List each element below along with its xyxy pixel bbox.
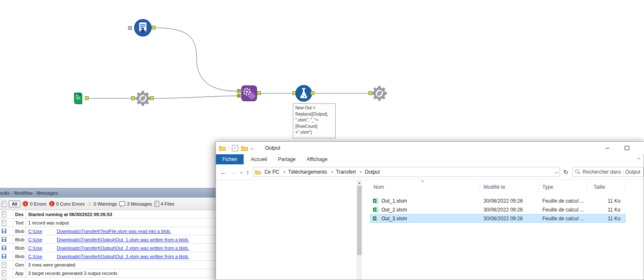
- breadcrumb[interactable]: Ce PC Téléchargements Transfert Output: [253, 167, 560, 177]
- quick-access-dropdown-icon[interactable]: [250, 146, 253, 149]
- scroll-up-icon[interactable]: ▲: [357, 180, 362, 185]
- blob-output-macro[interactable]: [371, 85, 387, 103]
- message-row[interactable]: Blob C:\UseDownloads\Transfert\Output\Ou…: [0, 252, 216, 261]
- svg-text:X: X: [373, 208, 376, 211]
- chevron-right-icon[interactable]: [330, 170, 333, 173]
- file-path-link[interactable]: C:\Use: [28, 229, 57, 234]
- file-row[interactable]: X Out_1.xlsm 30/06/2022 09:26 Feuille de…: [370, 196, 626, 205]
- tab-partage[interactable]: Partage: [273, 154, 301, 164]
- breadcrumb-item-output[interactable]: Output: [362, 169, 382, 175]
- search-input[interactable]: Rechercher dans : Output: [572, 167, 644, 177]
- message-row[interactable]: Text 1 record was output: [0, 219, 216, 227]
- file-path-link[interactable]: Downloads\Transfert\Output\Out_3.xlsm wa…: [57, 254, 189, 259]
- warnings-counter[interactable]: 0 Warnings: [87, 201, 117, 206]
- file-modified: 30/06/2022 09:26: [479, 207, 539, 213]
- message-row[interactable]: Blob C:\UseDownloads\Transfert\Output\Ou…: [0, 235, 216, 244]
- explorer-content: ▲ Nom Modifié le Type Taille X Out_1.xls…: [216, 180, 644, 280]
- message-row[interactable]: Gen 3 rows were generated: [0, 261, 216, 269]
- append-target-anchor[interactable]: T: [237, 89, 241, 93]
- file-path-link[interactable]: Downloads\Transfert\Output\Out_1.xlsm wa…: [57, 237, 189, 242]
- tab-affichage[interactable]: Affichage: [301, 154, 333, 164]
- folder-icon[interactable]: [241, 145, 248, 151]
- optional-input-anchor[interactable]: [128, 26, 132, 30]
- file-name: Out_3.xlsm: [381, 216, 407, 222]
- append-fields-tool[interactable]: [241, 85, 258, 103]
- back-button[interactable]: ←: [220, 169, 226, 176]
- column-header-taille[interactable]: Taille: [588, 182, 626, 192]
- filter-all-button[interactable]: All: [9, 201, 20, 207]
- tool-annotation[interactable]: New Out = Replace([Output], ".xlsm", "_"…: [293, 103, 336, 138]
- svg-text:X: X: [373, 217, 376, 220]
- file-path-link[interactable]: Downloads\Transfert\TestFile.xlsm was re…: [57, 229, 171, 234]
- message-row[interactable]: Des Finished running in 1.2 seconds: [0, 277, 216, 280]
- files-counter[interactable]: 4 Files: [155, 201, 174, 207]
- input-data-icon: [71, 91, 85, 106]
- close-button[interactable]: [636, 142, 644, 154]
- breadcrumb-item-telechargements[interactable]: Téléchargements: [286, 169, 330, 175]
- errors-counter[interactable]: 0 Errors: [23, 201, 46, 206]
- file-type: Feuille de calcul ...: [539, 207, 588, 213]
- scrollbar-thumb[interactable]: [357, 186, 362, 255]
- file-list-header: Nom Modifié le Type Taille: [370, 182, 644, 192]
- message-row[interactable]: Blob C:\UseDownloads\Transfert\Output\Ou…: [0, 244, 216, 252]
- explorer-title-bar[interactable]: Output: [216, 142, 644, 154]
- text-input-tool[interactable]: [133, 18, 152, 39]
- forward-button[interactable]: →: [230, 169, 237, 176]
- search-icon: [575, 169, 580, 174]
- blob-input-input-anchor[interactable]: [131, 96, 135, 100]
- results-title-bar[interactable]: Results - Workflow - Messages: [0, 188, 216, 198]
- tab-accueil[interactable]: Accueil: [245, 154, 273, 164]
- formula-output-anchor[interactable]: [310, 91, 314, 95]
- svg-text:X: X: [373, 199, 376, 203]
- input-data-tool[interactable]: [71, 91, 85, 107]
- history-dropdown-icon[interactable]: [240, 170, 243, 173]
- blob-file-icon: [2, 237, 6, 242]
- chevron-right-icon[interactable]: [359, 170, 362, 173]
- message-row[interactable]: App 3 target records generated 3 output …: [0, 269, 216, 277]
- file-name: Out_1.xlsm: [381, 198, 407, 204]
- file-size: 11 Ko: [588, 216, 626, 222]
- ribbon-collapse-icon[interactable]: [637, 158, 640, 161]
- connection-blobinput-to-append-s: [153, 96, 238, 98]
- file-path-link[interactable]: C:\Use: [28, 237, 57, 242]
- formula-tool[interactable]: [295, 85, 313, 104]
- message-row[interactable]: Blob C:\UseDownloads\Transfert\TestFile.…: [0, 227, 216, 235]
- chevron-right-icon[interactable]: [282, 170, 285, 173]
- files-icon: [155, 201, 159, 207]
- refresh-icon[interactable]: ↻: [563, 169, 568, 175]
- address-bar: ← → ↑ Ce PC Téléchargements Transfert Ou…: [216, 164, 644, 180]
- messages-icon: [119, 201, 125, 206]
- blob-input-macro[interactable]: [135, 90, 151, 108]
- file-row[interactable]: X Out_2.xlsm 30/06/2022 09:26 Feuille de…: [370, 205, 626, 214]
- message-row[interactable]: Des Started running at 06/30/2022 09:26:…: [0, 210, 216, 219]
- quick-access-check-icon[interactable]: [232, 145, 238, 151]
- messages-counter[interactable]: 3 Messages: [119, 201, 152, 206]
- blob-file-icon: [2, 254, 6, 259]
- file-path-link[interactable]: C:\Use: [28, 254, 57, 259]
- tab-fichier[interactable]: Fichier: [216, 154, 244, 164]
- message-type-icon: [2, 201, 6, 207]
- maximize-button[interactable]: [617, 142, 636, 154]
- blob-file-icon: [2, 229, 6, 233]
- append-source-anchor[interactable]: S: [237, 94, 241, 98]
- file-row-selected[interactable]: X Out_3.xlsm 30/06/2022 09:26 Feuille de…: [370, 214, 626, 223]
- nav-pane-scrollbar[interactable]: ▲: [357, 180, 362, 280]
- divider: [229, 145, 229, 151]
- up-button[interactable]: ↑: [246, 169, 250, 176]
- minimize-button[interactable]: [598, 142, 617, 154]
- append-output-anchor[interactable]: [257, 91, 261, 95]
- column-header-modifie[interactable]: Modifié le: [479, 182, 539, 192]
- file-modified: 30/06/2022 09:26: [479, 198, 539, 204]
- breadcrumb-item-ce-pc[interactable]: Ce PC: [262, 169, 281, 175]
- conv-errors-counter[interactable]: 0 Conv Errors: [49, 201, 85, 206]
- file-path-link[interactable]: Downloads\Transfert\Output\Out_2.xlsm wa…: [57, 246, 189, 251]
- input-data-output-anchor[interactable]: [85, 96, 89, 100]
- blob-input-output-anchor[interactable]: [150, 96, 154, 100]
- breadcrumb-item-transfert[interactable]: Transfert: [334, 169, 359, 175]
- text-input-output-anchor[interactable]: [152, 26, 155, 29]
- macro-gear-icon: [371, 85, 387, 101]
- file-path-link[interactable]: C:\Use: [28, 246, 57, 251]
- column-header-nom[interactable]: Nom: [370, 182, 479, 192]
- column-header-type[interactable]: Type: [539, 182, 588, 192]
- address-dropdown-icon[interactable]: [555, 170, 558, 173]
